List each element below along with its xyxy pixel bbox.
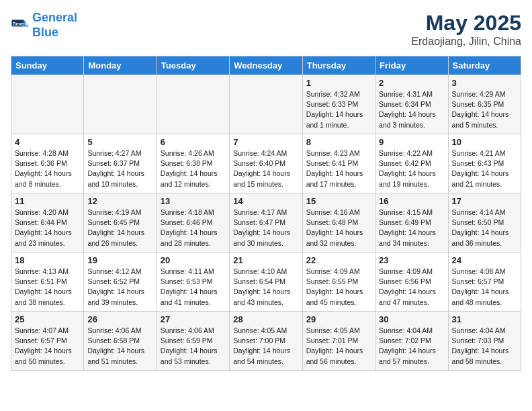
calendar-cell: 2Sunrise: 4:31 AMSunset: 6:34 PMDaylight… — [375, 75, 448, 134]
day-number: 24 — [452, 255, 517, 265]
day-info: Sunrise: 4:10 AMSunset: 6:54 PMDaylight:… — [233, 267, 298, 308]
day-number: 26 — [87, 314, 152, 324]
calendar-cell: 16Sunrise: 4:15 AMSunset: 6:49 PMDayligh… — [375, 193, 448, 253]
day-info: Sunrise: 4:12 AMSunset: 6:52 PMDaylight:… — [87, 267, 152, 308]
day-info: Sunrise: 4:04 AMSunset: 7:02 PMDaylight:… — [379, 326, 444, 367]
calendar-cell: 21Sunrise: 4:10 AMSunset: 6:54 PMDayligh… — [230, 253, 302, 312]
day-number: 17 — [452, 196, 517, 206]
day-number: 28 — [233, 314, 298, 324]
calendar-cell: 12Sunrise: 4:19 AMSunset: 6:45 PMDayligh… — [84, 193, 157, 253]
day-number: 12 — [87, 196, 152, 206]
calendar-header-row: SundayMondayTuesdayWednesdayThursdayFrid… — [11, 56, 521, 75]
day-number: 13 — [161, 196, 226, 206]
logo-text: General Blue — [32, 11, 77, 40]
calendar-cell: 9Sunrise: 4:22 AMSunset: 6:42 PMDaylight… — [375, 134, 448, 193]
calendar-week-row: 18Sunrise: 4:13 AMSunset: 6:51 PMDayligh… — [11, 253, 521, 312]
day-info: Sunrise: 4:05 AMSunset: 7:00 PMDaylight:… — [233, 326, 298, 367]
day-info: Sunrise: 4:05 AMSunset: 7:01 PMDaylight:… — [306, 326, 371, 367]
day-info: Sunrise: 4:21 AMSunset: 6:43 PMDaylight:… — [452, 148, 517, 189]
weekday-header: Wednesday — [230, 56, 302, 75]
day-number: 8 — [306, 137, 371, 147]
day-number: 1 — [306, 78, 371, 88]
calendar-week-row: 11Sunrise: 4:20 AMSunset: 6:44 PMDayligh… — [11, 193, 521, 253]
day-number: 5 — [87, 137, 152, 147]
calendar-cell: 19Sunrise: 4:12 AMSunset: 6:52 PMDayligh… — [84, 253, 157, 312]
calendar-week-row: 4Sunrise: 4:28 AMSunset: 6:36 PMDaylight… — [11, 134, 521, 193]
weekday-header: Friday — [375, 56, 448, 75]
day-info: Sunrise: 4:15 AMSunset: 6:49 PMDaylight:… — [379, 208, 444, 248]
weekday-header: Saturday — [448, 56, 521, 75]
day-info: Sunrise: 4:31 AMSunset: 6:34 PMDaylight:… — [379, 89, 444, 130]
calendar-cell: 7Sunrise: 4:24 AMSunset: 6:40 PMDaylight… — [230, 134, 302, 193]
day-number: 19 — [87, 255, 152, 265]
day-number: 14 — [233, 196, 298, 206]
calendar-cell: 22Sunrise: 4:09 AMSunset: 6:55 PMDayligh… — [302, 253, 375, 312]
day-number: 10 — [452, 137, 517, 147]
page-title: May 2025 — [411, 11, 521, 36]
calendar-cell: 3Sunrise: 4:29 AMSunset: 6:35 PMDaylight… — [448, 75, 521, 134]
calendar-cell — [157, 75, 229, 134]
calendar-cell: 13Sunrise: 4:18 AMSunset: 6:46 PMDayligh… — [157, 193, 229, 253]
calendar-cell: 29Sunrise: 4:05 AMSunset: 7:01 PMDayligh… — [302, 312, 375, 371]
calendar-cell: 5Sunrise: 4:27 AMSunset: 6:37 PMDaylight… — [84, 134, 157, 193]
day-info: Sunrise: 4:22 AMSunset: 6:42 PMDaylight:… — [379, 148, 444, 189]
calendar-cell: 26Sunrise: 4:06 AMSunset: 6:58 PMDayligh… — [84, 312, 157, 371]
calendar-cell: 24Sunrise: 4:08 AMSunset: 6:57 PMDayligh… — [448, 253, 521, 312]
day-info: Sunrise: 4:09 AMSunset: 6:55 PMDaylight:… — [306, 267, 371, 308]
day-number: 27 — [161, 314, 226, 324]
calendar-body: 1Sunrise: 4:32 AMSunset: 6:33 PMDaylight… — [11, 75, 521, 371]
day-info: Sunrise: 4:19 AMSunset: 6:45 PMDaylight:… — [87, 208, 152, 248]
day-number: 31 — [452, 314, 517, 324]
day-number: 6 — [161, 137, 226, 147]
calendar-cell: 10Sunrise: 4:21 AMSunset: 6:43 PMDayligh… — [448, 134, 521, 193]
day-info: Sunrise: 4:26 AMSunset: 6:38 PMDaylight:… — [161, 148, 226, 189]
day-number: 3 — [452, 78, 517, 88]
calendar-cell: 25Sunrise: 4:07 AMSunset: 6:57 PMDayligh… — [11, 312, 84, 371]
calendar-cell: 6Sunrise: 4:26 AMSunset: 6:38 PMDaylight… — [157, 134, 229, 193]
day-info: Sunrise: 4:29 AMSunset: 6:35 PMDaylight:… — [452, 89, 517, 130]
calendar-cell: 17Sunrise: 4:14 AMSunset: 6:50 PMDayligh… — [448, 193, 521, 253]
day-info: Sunrise: 4:20 AMSunset: 6:44 PMDaylight:… — [15, 208, 80, 248]
day-number: 20 — [161, 255, 226, 265]
calendar-week-row: 25Sunrise: 4:07 AMSunset: 6:57 PMDayligh… — [11, 312, 521, 371]
day-number: 15 — [306, 196, 371, 206]
weekday-header: Tuesday — [157, 56, 229, 75]
calendar-cell: 4Sunrise: 4:28 AMSunset: 6:36 PMDaylight… — [11, 134, 84, 193]
calendar-cell: 28Sunrise: 4:05 AMSunset: 7:00 PMDayligh… — [230, 312, 302, 371]
day-info: Sunrise: 4:27 AMSunset: 6:37 PMDaylight:… — [87, 148, 152, 189]
day-info: Sunrise: 4:28 AMSunset: 6:36 PMDaylight:… — [15, 148, 80, 189]
calendar-cell: 15Sunrise: 4:16 AMSunset: 6:48 PMDayligh… — [302, 193, 375, 253]
day-info: Sunrise: 4:18 AMSunset: 6:46 PMDaylight:… — [161, 208, 226, 248]
day-info: Sunrise: 4:16 AMSunset: 6:48 PMDaylight:… — [306, 208, 371, 248]
day-info: Sunrise: 4:07 AMSunset: 6:57 PMDaylight:… — [15, 326, 80, 367]
calendar-cell — [230, 75, 302, 134]
day-info: Sunrise: 4:32 AMSunset: 6:33 PMDaylight:… — [306, 89, 371, 130]
day-info: Sunrise: 4:23 AMSunset: 6:41 PMDaylight:… — [306, 148, 371, 189]
day-number: 25 — [15, 314, 80, 324]
day-info: Sunrise: 4:14 AMSunset: 6:50 PMDaylight:… — [452, 208, 517, 248]
calendar-cell: 20Sunrise: 4:11 AMSunset: 6:53 PMDayligh… — [157, 253, 229, 312]
logo-icon: General — [11, 16, 30, 35]
day-number: 7 — [233, 137, 298, 147]
weekday-header: Thursday — [302, 56, 375, 75]
calendar-cell: 30Sunrise: 4:04 AMSunset: 7:02 PMDayligh… — [375, 312, 448, 371]
day-number: 4 — [15, 137, 80, 147]
day-number: 29 — [306, 314, 371, 324]
page-header: General General Blue May 2025 Erdaojiang… — [11, 11, 521, 48]
calendar-cell: 8Sunrise: 4:23 AMSunset: 6:41 PMDaylight… — [302, 134, 375, 193]
weekday-header: Sunday — [11, 56, 84, 75]
calendar-cell: 11Sunrise: 4:20 AMSunset: 6:44 PMDayligh… — [11, 193, 84, 253]
day-info: Sunrise: 4:04 AMSunset: 7:03 PMDaylight:… — [452, 326, 517, 367]
day-info: Sunrise: 4:08 AMSunset: 6:57 PMDaylight:… — [452, 267, 517, 308]
day-number: 30 — [379, 314, 444, 324]
day-info: Sunrise: 4:17 AMSunset: 6:47 PMDaylight:… — [233, 208, 298, 248]
weekday-header: Monday — [84, 56, 157, 75]
calendar-cell: 31Sunrise: 4:04 AMSunset: 7:03 PMDayligh… — [448, 312, 521, 371]
calendar-table: SundayMondayTuesdayWednesdayThursdayFrid… — [11, 56, 521, 371]
calendar-cell — [11, 75, 84, 134]
day-number: 16 — [379, 196, 444, 206]
logo: General General Blue — [11, 11, 77, 40]
calendar-cell — [84, 75, 157, 134]
day-info: Sunrise: 4:13 AMSunset: 6:51 PMDaylight:… — [15, 267, 80, 308]
day-info: Sunrise: 4:06 AMSunset: 6:58 PMDaylight:… — [87, 326, 152, 367]
